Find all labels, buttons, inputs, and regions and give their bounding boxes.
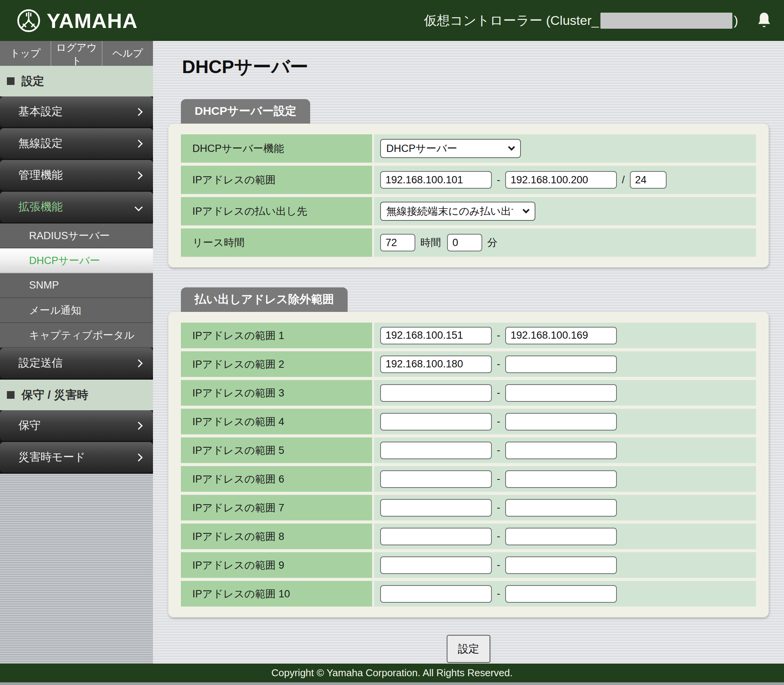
exclusion-end-input[interactable] — [505, 327, 617, 344]
sidebar-subitem-radius-server[interactable]: RADIUSサーバー — [0, 223, 153, 248]
sidebar-subitem-label: キャプティブポータル — [29, 328, 135, 342]
row-label: DHCPサーバー機能 — [181, 134, 372, 163]
exclusion-start-input[interactable] — [380, 556, 492, 574]
exclusion-end-input[interactable] — [505, 585, 617, 603]
row-value: - — [374, 466, 756, 492]
square-bullet-icon — [7, 391, 15, 399]
exclusion-range-panel: IPアドレスの範囲 1 - IPアドレスの範囲 2 - — [168, 312, 769, 617]
exclusion-start-input[interactable] — [380, 585, 492, 603]
chevron-right-icon — [135, 139, 143, 147]
footer: Copyright © Yamaha Corporation. All Righ… — [0, 664, 784, 685]
range-separator: - — [497, 387, 500, 399]
row-value: 無線接続端末にのみ払い出す — [374, 197, 756, 225]
row-label: IPアドレスの範囲 4 — [181, 409, 372, 434]
sidebar-item-wireless-settings[interactable]: 無線設定 — [0, 128, 153, 159]
row-value: - / — [374, 166, 756, 194]
range-separator: - — [497, 559, 500, 571]
controller-title-text: 仮想コントローラー (Cluster_ — [424, 12, 599, 29]
prefix-length-input[interactable] — [630, 171, 667, 189]
exclusion-end-input[interactable] — [505, 384, 617, 402]
sidebar-subitem-label: DHCPサーバー — [29, 254, 100, 267]
row-value: DHCPサーバー — [374, 134, 756, 163]
sidebar-item-config-send[interactable]: 設定送信 — [0, 348, 153, 378]
exclusion-start-input[interactable] — [380, 499, 492, 517]
exclusion-end-input[interactable] — [505, 442, 617, 459]
topnav-logout-button[interactable]: ログアウト — [51, 41, 102, 66]
sidebar-section-maintenance-disaster: 保守 / 災害時 — [0, 380, 153, 410]
brand-wordmark: YAMAHA — [47, 9, 138, 33]
page-title: DHCPサーバー — [182, 55, 769, 79]
prefix-slash: / — [622, 174, 625, 186]
controller-title: 仮想コントローラー (Cluster_ ) — [424, 12, 738, 29]
exclusion-start-input[interactable] — [380, 528, 492, 545]
app-window: YAMAHA 仮想コントローラー (Cluster_ ) トップ ログアウト ヘ — [0, 0, 784, 685]
sidebar-item-label: 設定送信 — [18, 356, 63, 371]
table-row-ip-range: IPアドレスの範囲 - / — [181, 166, 756, 194]
row-label: IPアドレスの範囲 5 — [181, 437, 372, 463]
sidebar-section-maintenance-label: 保守 / 災害時 — [21, 387, 88, 403]
exclusion-end-input[interactable] — [505, 528, 617, 545]
sidebar-item-maintenance[interactable]: 保守 — [0, 410, 153, 441]
range-separator: - — [497, 502, 500, 514]
exclusion-start-input[interactable] — [380, 384, 492, 402]
exclusion-start-input[interactable] — [380, 442, 492, 459]
row-value: - — [374, 524, 756, 549]
exclusion-start-input[interactable] — [380, 470, 492, 488]
row-label: IPアドレスの範囲 — [181, 166, 372, 194]
table-row-exclusion-3: IPアドレスの範囲 3 - — [181, 380, 756, 406]
range-separator: - — [497, 358, 500, 370]
redacted-cluster-name — [600, 13, 732, 29]
range-separator: - — [497, 444, 500, 456]
sidebar-subitem-dhcp-server[interactable]: DHCPサーバー — [0, 248, 153, 273]
range-separator: - — [497, 473, 500, 485]
row-value: - — [374, 409, 756, 434]
exclusion-start-input[interactable] — [380, 356, 492, 373]
sidebar-item-label: 無線設定 — [18, 136, 63, 151]
copyright-text: Copyright © Yamaha Corporation. All Righ… — [272, 667, 513, 679]
exclusion-end-input[interactable] — [505, 470, 617, 488]
exclusion-end-input[interactable] — [505, 556, 617, 574]
row-label: IPアドレスの払い出し先 — [181, 197, 372, 225]
range-separator: - — [497, 174, 500, 186]
sidebar-item-label: 保守 — [18, 418, 41, 433]
exclusion-start-input[interactable] — [380, 327, 492, 344]
row-value: - — [374, 581, 756, 607]
lease-minutes-input[interactable] — [447, 234, 482, 251]
ip-range-start-input[interactable] — [380, 171, 492, 189]
submit-settings-button[interactable]: 設定 — [447, 635, 490, 663]
sidebar: トップ ログアウト ヘルプ 設定 基本設定 無線設定 管理機能 拡張機能 — [0, 41, 153, 664]
exclusion-end-input[interactable] — [505, 356, 617, 373]
ip-range-end-input[interactable] — [505, 171, 617, 189]
row-value: - — [374, 323, 756, 348]
sidebar-item-extended-functions[interactable]: 拡張機能 — [0, 192, 153, 222]
assign-target-select[interactable]: 無線接続端末にのみ払い出す — [380, 202, 535, 221]
sidebar-item-management[interactable]: 管理機能 — [0, 160, 153, 191]
exclusion-end-input[interactable] — [505, 499, 617, 517]
sidebar-item-label: 基本設定 — [18, 104, 63, 119]
sidebar-subitem-mail-notification[interactable]: メール通知 — [0, 298, 153, 323]
lease-hours-input[interactable] — [380, 234, 415, 251]
dhcp-function-select[interactable]: DHCPサーバー — [380, 139, 521, 158]
sidebar-subitem-label: メール通知 — [29, 303, 81, 317]
table-row-exclusion-4: IPアドレスの範囲 4 - — [181, 409, 756, 434]
topnav-top-button[interactable]: トップ — [0, 41, 51, 66]
row-label: IPアドレスの範囲 8 — [181, 524, 372, 549]
table-row-exclusion-1: IPアドレスの範囲 1 - — [181, 323, 756, 348]
table-row-assign-target: IPアドレスの払い出し先 無線接続端末にのみ払い出す — [181, 197, 756, 225]
exclusion-end-input[interactable] — [505, 413, 617, 431]
sidebar-subitem-captive-portal[interactable]: キャプティブポータル — [0, 323, 153, 348]
chevron-down-icon — [135, 203, 143, 211]
bell-icon[interactable] — [756, 11, 773, 30]
topnav-help-button[interactable]: ヘルプ — [102, 41, 153, 66]
topnav: トップ ログアウト ヘルプ — [0, 41, 153, 66]
sidebar-item-basic-settings[interactable]: 基本設定 — [0, 96, 153, 127]
table-row-exclusion-9: IPアドレスの範囲 9 - — [181, 552, 756, 578]
row-label: IPアドレスの範囲 10 — [181, 581, 372, 607]
row-label: IPアドレスの範囲 7 — [181, 495, 372, 520]
square-bullet-icon — [7, 77, 15, 85]
sidebar-subitem-snmp[interactable]: SNMP — [0, 273, 153, 298]
row-label: IPアドレスの範囲 9 — [181, 552, 372, 578]
sidebar-subitem-label: SNMP — [29, 279, 59, 291]
sidebar-item-disaster-mode[interactable]: 災害時モード — [0, 442, 153, 473]
exclusion-start-input[interactable] — [380, 413, 492, 431]
